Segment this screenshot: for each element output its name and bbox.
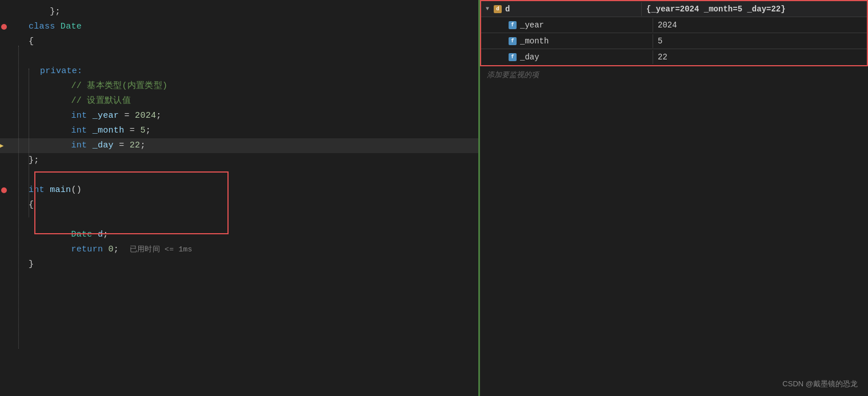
variable-name-month: _month xyxy=(520,37,549,46)
watch-row-d[interactable]: ▼ d d {_year=2024 _month=5 _day=22} xyxy=(481,1,867,17)
code-line: }; xyxy=(0,153,478,168)
field-icon-day: f xyxy=(509,53,517,61)
code-line-day: ▶ int _day = 22; xyxy=(0,138,478,153)
code-content: int _month = 5; xyxy=(17,124,151,138)
watch-add-hint-text: 添加要监视的项 xyxy=(487,71,539,79)
code-line: private: xyxy=(0,64,478,79)
expand-icon: ▼ xyxy=(486,6,489,12)
watch-value-year: 2024 xyxy=(653,18,867,32)
code-content: return 0; 已用时间 <= 1ms xyxy=(17,243,193,257)
code-content: class Date xyxy=(17,20,82,34)
watch-name-day: f _day xyxy=(493,50,653,64)
code-content: int main() xyxy=(17,183,82,197)
code-line-return: return 0; 已用时间 <= 1ms xyxy=(0,242,478,257)
watermark: CSDN @戴墨镜的恐龙 xyxy=(782,379,858,389)
code-line: }; xyxy=(0,5,478,19)
code-content: // 基本类型(内置类型) xyxy=(17,79,167,93)
watch-row-month[interactable]: f _month 5 xyxy=(481,33,867,49)
code-content: } xyxy=(17,258,34,271)
code-line-month: int _month = 5; xyxy=(0,123,478,138)
code-editor[interactable]: }; class Date { private: // 基本类型(内置类型) /… xyxy=(0,0,480,396)
code-line: { xyxy=(0,198,478,213)
breakpoint-indicator xyxy=(1,187,7,193)
watch-name-year: f _year xyxy=(493,18,653,32)
code-content: }; xyxy=(17,154,39,167)
code-line-year: int _year = 2024; xyxy=(0,109,478,123)
variable-name-year: _year xyxy=(520,21,544,30)
field-icon-year: f xyxy=(509,21,517,29)
code-content: // 设置默认值 xyxy=(17,94,131,108)
code-content: Date d; xyxy=(17,228,109,242)
code-line xyxy=(0,49,478,64)
watch-value-month: 5 xyxy=(653,34,867,48)
watch-value-day: 22 xyxy=(653,50,867,64)
watch-name-month: f _month xyxy=(493,34,653,48)
code-line: } xyxy=(0,257,478,272)
code-line-class: class Date xyxy=(0,19,478,34)
code-content: { xyxy=(17,35,34,49)
code-line: { xyxy=(0,34,478,49)
object-icon: d xyxy=(494,5,502,13)
code-content: private: xyxy=(17,65,82,78)
code-content: int _year = 2024; xyxy=(17,109,162,123)
code-line-date-d: Date d; xyxy=(0,227,478,242)
code-line xyxy=(0,168,478,183)
watch-row-day[interactable]: f _day 22 xyxy=(481,49,867,65)
watch-name-d: ▼ d d xyxy=(481,2,641,16)
code-line-main: int main() xyxy=(0,183,478,198)
field-icon-month: f xyxy=(509,37,517,45)
watch-value-d: {_year=2024 _month=5 _day=22} xyxy=(641,2,867,16)
variable-name-day: _day xyxy=(520,53,539,62)
breakpoint-indicator xyxy=(1,24,7,30)
watch-row-year[interactable]: f _year 2024 xyxy=(481,17,867,33)
watermark-text: CSDN @戴墨镜的恐龙 xyxy=(782,379,858,388)
code-line: // 基本类型(内置类型) xyxy=(0,79,478,94)
current-line-arrow: ▶ xyxy=(0,139,3,152)
code-content: }; xyxy=(17,5,61,19)
watch-add-hint[interactable]: 添加要监视的项 xyxy=(480,66,868,83)
watch-panel: ▼ d d {_year=2024 _month=5 _day=22} f _y… xyxy=(480,0,868,396)
code-content: int _day = 22; xyxy=(17,139,146,153)
watch-table: ▼ d d {_year=2024 _month=5 _day=22} f _y… xyxy=(480,0,868,66)
variable-name-d: d xyxy=(505,5,510,14)
code-line xyxy=(0,213,478,227)
code-content: { xyxy=(17,198,34,212)
code-line: // 设置默认值 xyxy=(0,94,478,109)
